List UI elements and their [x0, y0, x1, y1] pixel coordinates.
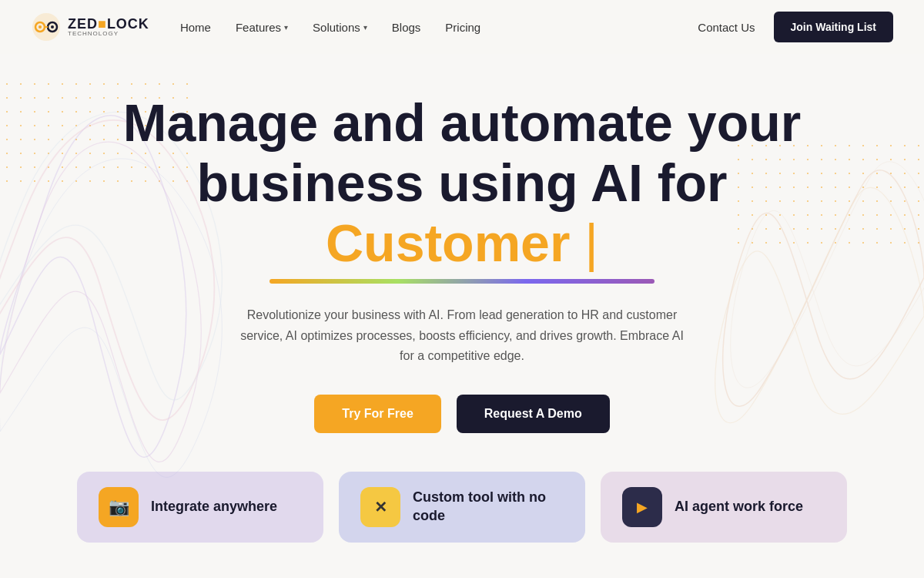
custom-tool-icon: ✕ [360, 487, 400, 527]
navbar: ZED■LOCK TECHNOLOGY Home Features ▾ Solu… [0, 0, 924, 54]
hero-buttons: Try For Free Request A Demo [0, 395, 924, 433]
nav-left: ZED■LOCK TECHNOLOGY Home Features ▾ Solu… [31, 12, 480, 42]
custom-tool-label: Custom tool with no code [413, 489, 564, 525]
logo[interactable]: ZED■LOCK TECHNOLOGY [31, 12, 149, 42]
nav-link-home[interactable]: Home [180, 21, 211, 34]
hero-underline-bar [270, 279, 654, 284]
feature-cards: 📷 Integrate anywhere ✕ Custom tool with … [0, 472, 924, 543]
nav-link-pricing[interactable]: Pricing [445, 21, 480, 34]
integrate-icon: 📷 [99, 487, 139, 527]
hero-typed-word: Customer | [0, 213, 924, 273]
chevron-down-icon: ▾ [284, 23, 288, 32]
nav-item-features[interactable]: Features ▾ [236, 21, 288, 34]
chevron-down-icon: ▾ [363, 23, 367, 32]
card-custom-tool: ✕ Custom tool with no code [339, 472, 585, 543]
hero-section: Manage and automate your business using … [0, 54, 924, 433]
nav-link-blogs[interactable]: Blogs [392, 21, 421, 34]
nav-link-solutions[interactable]: Solutions ▾ [313, 21, 367, 34]
nav-item-blogs[interactable]: Blogs [392, 21, 421, 34]
hero-headline: Manage and automate your business using … [116, 92, 808, 213]
svg-point-5 [51, 25, 54, 29]
logo-text: ZED■LOCK TECHNOLOGY [68, 17, 149, 37]
nav-item-pricing[interactable]: Pricing [445, 21, 480, 34]
contact-us-link[interactable]: Contact Us [698, 21, 755, 34]
ai-agent-label: AI agent work force [675, 498, 803, 516]
nav-menu: Home Features ▾ Solutions ▾ Blogs Pricin… [180, 21, 480, 34]
join-waiting-list-button[interactable]: Join Waiting List [774, 12, 893, 42]
card-integrate: 📷 Integrate anywhere [77, 472, 323, 543]
integrate-label: Integrate anywhere [151, 498, 277, 516]
nav-item-home[interactable]: Home [180, 21, 211, 34]
ai-agent-icon: ▶ [622, 487, 662, 527]
logo-icon [31, 12, 62, 42]
try-for-free-button[interactable]: Try For Free [314, 395, 440, 433]
hero-typed-line: Customer | [0, 213, 924, 273]
nav-right: Contact Us Join Waiting List [698, 12, 893, 42]
hero-description: Revolutionize your business with AI. Fro… [239, 305, 685, 366]
svg-point-4 [38, 25, 42, 29]
logo-tech-text: TECHNOLOGY [68, 31, 149, 37]
nav-item-solutions[interactable]: Solutions ▾ [313, 21, 367, 34]
card-ai-agent: ▶ AI agent work force [601, 472, 847, 543]
nav-link-features[interactable]: Features ▾ [236, 21, 288, 34]
cursor-icon: | [570, 213, 598, 272]
request-demo-button[interactable]: Request A Demo [457, 395, 610, 433]
logo-zed-text: ZED■LOCK [68, 17, 149, 31]
